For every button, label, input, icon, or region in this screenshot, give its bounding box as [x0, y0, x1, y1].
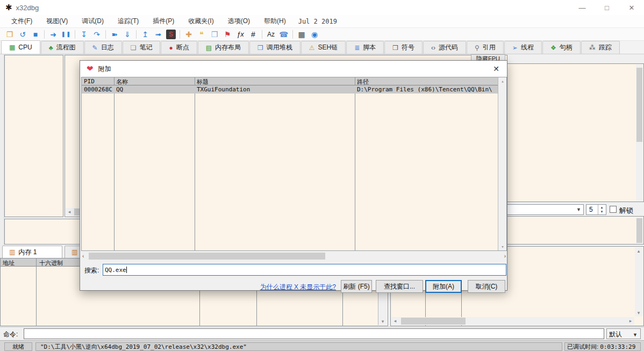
scroll-right-icon[interactable]: ▸	[627, 317, 634, 325]
strings-icon[interactable]: Az	[264, 29, 277, 40]
column-hex[interactable]: 十六进制	[39, 259, 63, 267]
tab-label: 引用	[483, 43, 496, 52]
scroll-down-icon[interactable]: ▾	[379, 318, 387, 325]
scroll-down-icon[interactable]: ▾	[499, 243, 506, 250]
scroll-up-icon[interactable]: ▴	[635, 247, 642, 255]
tab-label: 内存布局	[215, 43, 241, 52]
tab-script[interactable]: ≣脚本	[346, 41, 384, 54]
maximize-button[interactable]: □	[595, 0, 619, 15]
cancel-button[interactable]: 取消(C)	[468, 280, 505, 293]
scroll-left-icon[interactable]: ◂	[66, 208, 73, 215]
tab-seh[interactable]: ⚠SEH链	[301, 41, 346, 54]
tab-notes[interactable]: ❏笔记	[123, 41, 161, 54]
menu-trace[interactable]: 追踪(T)	[111, 15, 146, 27]
debug-time-value: 0:03:33:29	[600, 343, 635, 350]
menu-view[interactable]: 视图(V)	[39, 15, 75, 27]
step-out-icon[interactable]: ↥	[139, 29, 152, 40]
memory-dump-icon: ▥	[71, 248, 77, 256]
column-name[interactable]: 名称	[116, 78, 194, 86]
comment-icon[interactable]: ❝	[195, 29, 208, 40]
tab-source[interactable]: ‹›源代码	[423, 41, 466, 54]
tab-threads[interactable]: ➢线程	[504, 41, 542, 54]
tab-label: 符号	[402, 43, 414, 52]
why-not-shown-link[interactable]: 为什么进程 X 未显示于此?	[260, 283, 336, 292]
process-row-selected[interactable]: 0000268C QQ TXGuiFoundation D:\Program F…	[82, 85, 498, 94]
search-value: QQ.exe	[105, 267, 126, 274]
tab-graph[interactable]: ♣流程图	[41, 41, 84, 54]
scroll-right-icon[interactable]: ›	[504, 253, 506, 259]
tab-symbols[interactable]: ❒符号	[384, 41, 423, 54]
status-debug-time: 已调试时间: 0:03:33:29	[564, 342, 641, 351]
threads-icon: ➢	[512, 44, 518, 52]
hash-icon[interactable]: #	[247, 29, 260, 40]
tab-cpu[interactable]: ▦CPU	[1, 40, 40, 54]
disassembly-view[interactable]	[4, 55, 63, 217]
restart-icon[interactable]: ↺	[16, 29, 29, 40]
scylla-icon[interactable]: S	[166, 30, 176, 39]
column-pid[interactable]: PID	[84, 78, 113, 85]
attach-button[interactable]: 附加(A)	[425, 280, 462, 293]
close-button[interactable]: ✕	[619, 0, 644, 15]
tab-log[interactable]: ✎日志	[84, 41, 122, 54]
tab-call-stack[interactable]: ❒调用堆栈	[249, 41, 300, 54]
menu-help[interactable]: 帮助(H)	[257, 15, 293, 27]
scroll-left-icon[interactable]: ◂	[391, 317, 399, 325]
vertical-scrollbar[interactable]	[636, 217, 643, 243]
search-input[interactable]: QQ.exe	[103, 264, 506, 276]
run-icon[interactable]: ➜	[47, 29, 60, 40]
build-date: Jul 2 2019	[293, 16, 342, 27]
execute-till-return-icon[interactable]: ⇓	[121, 29, 134, 40]
menu-options[interactable]: 选项(O)	[221, 15, 257, 27]
column-path[interactable]: 路径	[357, 78, 498, 86]
phone-icon[interactable]: ☎	[277, 29, 290, 40]
function-icon[interactable]: ƒx	[234, 29, 247, 40]
dialog-close-button[interactable]: ✕	[485, 61, 507, 77]
minimize-button[interactable]: —	[570, 0, 595, 15]
toolbar-separator	[292, 30, 293, 39]
run-to-user-code-icon[interactable]: ➟	[152, 29, 164, 40]
refresh-button[interactable]: 刷新 (F5)	[341, 280, 372, 293]
menu-debug[interactable]: 调试(D)	[75, 15, 111, 27]
patch-icon[interactable]: ✚	[182, 29, 195, 40]
find-window-button[interactable]: 查找窗口...	[376, 280, 423, 293]
tab-label: SEH链	[318, 43, 338, 52]
command-profile-combo[interactable]: 默认 ▼	[606, 328, 641, 339]
toolbar-separator	[75, 30, 75, 39]
column-title[interactable]: 标题	[197, 78, 353, 86]
tab-trace[interactable]: ⁂跟踪	[581, 41, 620, 54]
command-input[interactable]	[24, 328, 604, 339]
globe-icon[interactable]: ◉	[308, 29, 321, 40]
step-into-icon[interactable]: ↧	[77, 29, 90, 40]
vertical-scrollbar[interactable]: ▴ ▾	[498, 77, 506, 250]
scroll-left-icon[interactable]: ‹	[82, 253, 84, 259]
stop-icon[interactable]: ■	[29, 29, 42, 40]
scroll-up-icon[interactable]: ▴	[499, 77, 506, 85]
column-address[interactable]: 地址	[3, 259, 15, 267]
tab-handles[interactable]: ❖句柄	[542, 41, 581, 54]
tab-memory-map[interactable]: ▤内存布局	[198, 41, 249, 54]
tab-label: 源代码	[439, 43, 458, 52]
depth-spinner[interactable]: 5 ▴▾	[586, 204, 606, 215]
vertical-scrollbar[interactable]: ▴ ▾	[635, 247, 643, 317]
status-bar: 就绪 "D:\工具\小黑\逆向\x64dbg_2019_07_02\releas…	[0, 340, 644, 352]
step-over-icon[interactable]: ↷	[90, 29, 103, 40]
label-icon[interactable]: ❒	[208, 29, 221, 40]
run-to-cursor-icon[interactable]: ➽	[108, 29, 121, 40]
menu-plugins[interactable]: 插件(P)	[146, 15, 181, 27]
horizontal-scrollbar[interactable]: ‹ ›	[81, 252, 507, 260]
calculator-icon[interactable]: ▦	[295, 29, 308, 40]
unlock-checkbox[interactable]	[610, 206, 617, 213]
spinner-arrows-icon[interactable]: ▴▾	[598, 205, 605, 214]
tab-breakpoints[interactable]: ●断点	[161, 41, 197, 54]
bookmark-icon[interactable]: ⚑	[221, 29, 234, 40]
horizontal-scrollbar[interactable]: ◂ ▸	[391, 317, 634, 325]
memory-tab-1[interactable]: ▥ 内存 1	[2, 246, 62, 258]
vertical-scrollbar[interactable]	[636, 64, 643, 201]
open-folder-icon[interactable]: ❐	[3, 29, 16, 40]
tab-references[interactable]: ⚲引用	[467, 41, 504, 54]
menu-favourites[interactable]: 收藏夹(I)	[181, 15, 220, 27]
menu-file[interactable]: 文件(F)	[4, 15, 39, 27]
process-table[interactable]: PID 名称 标题 路径 0000268C QQ TXGuiFoundation…	[81, 77, 507, 251]
scroll-down-icon[interactable]: ▾	[635, 309, 642, 317]
pause-icon[interactable]: ❚❚	[60, 29, 73, 40]
